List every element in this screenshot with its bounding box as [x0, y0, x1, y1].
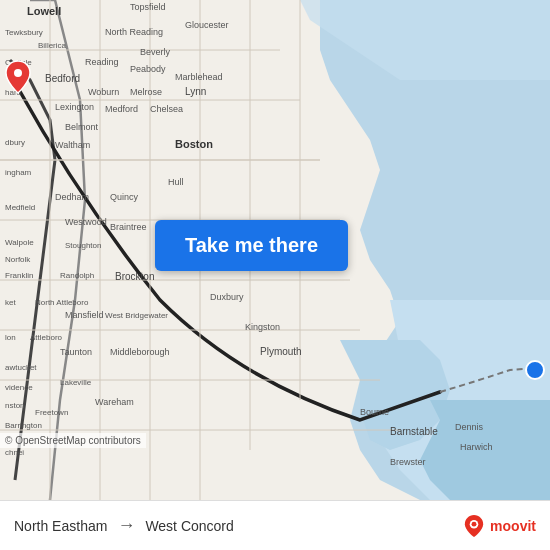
svg-text:Waltham: Waltham	[55, 140, 90, 150]
svg-text:vidence: vidence	[5, 383, 33, 392]
svg-text:Lowell: Lowell	[27, 5, 61, 17]
svg-text:awtucket: awtucket	[5, 363, 37, 372]
take-me-there-button[interactable]: Take me there	[155, 220, 348, 271]
svg-text:Topsfield: Topsfield	[130, 2, 166, 12]
moovit-brand-label: moovit	[490, 518, 536, 534]
origin-label: North Eastham	[14, 518, 107, 534]
svg-text:nston: nston	[5, 401, 25, 410]
svg-text:Bedford: Bedford	[45, 73, 80, 84]
svg-text:Taunton: Taunton	[60, 347, 92, 357]
svg-text:Marblehead: Marblehead	[175, 72, 223, 82]
svg-point-76	[526, 361, 544, 379]
svg-text:Brewster: Brewster	[390, 457, 426, 467]
svg-text:Gloucester: Gloucester	[185, 20, 229, 30]
svg-text:Attleboro: Attleboro	[30, 333, 63, 342]
svg-text:Lakeville: Lakeville	[60, 378, 92, 387]
svg-text:Medfield: Medfield	[5, 203, 35, 212]
svg-text:Beverly: Beverly	[140, 47, 171, 57]
svg-text:Plymouth: Plymouth	[260, 346, 302, 357]
svg-text:Walpole: Walpole	[5, 238, 34, 247]
svg-text:Brockton: Brockton	[115, 271, 154, 282]
svg-text:Middleborough: Middleborough	[110, 347, 170, 357]
svg-text:Norfolk: Norfolk	[5, 255, 31, 264]
svg-text:Westwood: Westwood	[65, 217, 107, 227]
svg-text:Belmont: Belmont	[65, 122, 99, 132]
svg-text:Tewksbury: Tewksbury	[5, 28, 43, 37]
svg-text:Braintree: Braintree	[110, 222, 147, 232]
svg-text:West Bridgewater: West Bridgewater	[105, 311, 168, 320]
svg-text:Hull: Hull	[168, 177, 184, 187]
destination-label: West Concord	[145, 518, 233, 534]
svg-text:Billerica: Billerica	[38, 41, 67, 50]
svg-text:Dedham: Dedham	[55, 192, 89, 202]
svg-text:Reading: Reading	[85, 57, 119, 67]
svg-text:Harwich: Harwich	[460, 442, 493, 452]
map-container: Lowell Topsfield Gloucester Tewksbury Bi…	[0, 0, 550, 500]
svg-text:Lynn: Lynn	[185, 86, 206, 97]
svg-text:Barnstable: Barnstable	[390, 426, 438, 437]
svg-text:Peabody: Peabody	[130, 64, 166, 74]
svg-text:ket: ket	[5, 298, 16, 307]
route-info: North Eastham → West Concord	[14, 515, 234, 536]
bottom-bar: North Eastham → West Concord moovit	[0, 500, 550, 550]
svg-text:chnei: chnei	[5, 448, 24, 457]
svg-text:Barrington: Barrington	[5, 421, 42, 430]
svg-text:Dennis: Dennis	[455, 422, 484, 432]
map-attribution: © OpenStreetMap contributors	[0, 433, 146, 448]
svg-text:Stoughton: Stoughton	[65, 241, 101, 250]
svg-text:Woburn: Woburn	[88, 87, 119, 97]
svg-text:Quincy: Quincy	[110, 192, 139, 202]
svg-text:Melrose: Melrose	[130, 87, 162, 97]
svg-point-79	[472, 521, 477, 526]
svg-text:Randolph: Randolph	[60, 271, 94, 280]
svg-text:Bourne: Bourne	[360, 407, 389, 417]
svg-text:lon: lon	[5, 333, 16, 342]
svg-text:Duxbury: Duxbury	[210, 292, 244, 302]
svg-text:Lexington: Lexington	[55, 102, 94, 112]
svg-text:ingham: ingham	[5, 168, 32, 177]
svg-text:Boston: Boston	[175, 138, 213, 150]
moovit-logo: moovit	[463, 515, 536, 537]
svg-text:North Reading: North Reading	[105, 27, 163, 37]
svg-text:Freetown: Freetown	[35, 408, 68, 417]
svg-text:Kingston: Kingston	[245, 322, 280, 332]
moovit-pin-icon	[463, 515, 485, 537]
svg-text:Medford: Medford	[105, 104, 138, 114]
svg-point-77	[14, 69, 22, 77]
arrow-icon: →	[117, 515, 135, 536]
svg-text:Wareham: Wareham	[95, 397, 134, 407]
svg-text:Chelsea: Chelsea	[150, 104, 183, 114]
svg-text:North Attleboro: North Attleboro	[35, 298, 89, 307]
svg-text:Franklin: Franklin	[5, 271, 33, 280]
svg-text:Mansfield: Mansfield	[65, 310, 104, 320]
svg-text:dbury: dbury	[5, 138, 25, 147]
